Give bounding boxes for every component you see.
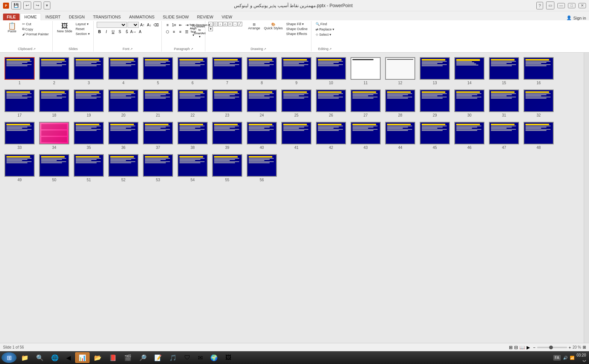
zoom-out-button[interactable]: − xyxy=(533,345,535,350)
line-shape[interactable]: ╱ xyxy=(238,22,242,26)
slide-item[interactable]: 30 xyxy=(454,89,484,117)
tab-home[interactable]: HOME xyxy=(20,13,41,20)
slide-item[interactable]: 10 xyxy=(316,57,346,85)
clipboard-expand-icon[interactable]: ↗ xyxy=(33,47,36,51)
close-button[interactable]: ✕ xyxy=(578,3,586,8)
slide-item[interactable]: 13 xyxy=(420,57,450,85)
slide-item[interactable]: 14 xyxy=(454,57,484,85)
slide-item[interactable]: 21 xyxy=(143,89,173,117)
slide-item[interactable]: 23 xyxy=(212,89,242,117)
normal-view-button[interactable]: ⊞ xyxy=(509,345,513,350)
slide-item[interactable]: 55 xyxy=(212,154,242,182)
taskbar-search2[interactable]: 🔎 xyxy=(136,352,150,363)
star-shape[interactable]: ★ xyxy=(208,27,213,31)
shadow-button[interactable]: S̈ xyxy=(124,29,130,35)
slide-item[interactable]: 11 xyxy=(351,57,381,85)
taskbar-explorer[interactable]: 📁 xyxy=(18,352,32,363)
replace-button[interactable]: ⇄ Replace ▾ xyxy=(314,27,336,32)
font-family-select[interactable] xyxy=(97,22,127,28)
slide-item[interactable]: 36 xyxy=(108,122,138,150)
find-button[interactable]: 🔍 Find xyxy=(314,22,328,26)
undo-button[interactable]: ↩ xyxy=(23,2,31,9)
slide-item[interactable]: 2 xyxy=(39,57,69,85)
reading-view-button[interactable]: 📖 xyxy=(519,345,525,350)
slideshow-view-button[interactable]: ▶ xyxy=(527,345,530,350)
slide-item[interactable]: 6 xyxy=(178,57,208,85)
align-center-button[interactable]: ≡ xyxy=(171,29,177,35)
start-button[interactable]: ⊞ xyxy=(2,352,17,363)
align-right-button[interactable]: ≡ xyxy=(178,29,184,35)
slide-item[interactable]: 46 xyxy=(454,122,484,150)
slide-item[interactable]: 42 xyxy=(316,122,346,150)
slide-item[interactable]: 48 xyxy=(524,122,554,150)
fit-slide-button[interactable]: ⊞ xyxy=(583,345,586,350)
slide-item[interactable]: 26 xyxy=(316,89,346,117)
paragraph-expand-icon[interactable]: ↗ xyxy=(191,47,193,51)
slide-item[interactable]: 49 xyxy=(5,154,35,182)
slide-item[interactable]: 31 xyxy=(489,89,519,117)
increase-indent-button[interactable]: ⇥ xyxy=(184,22,190,28)
rect-shape[interactable]: □ xyxy=(208,22,213,26)
slide-item[interactable]: 51 xyxy=(74,154,104,182)
font-expand-icon[interactable]: ↗ xyxy=(130,47,133,51)
tab-design[interactable]: DESIGN xyxy=(65,14,88,20)
strikethrough-button[interactable]: S xyxy=(117,29,123,35)
shape-effects-button[interactable]: Shape Effects xyxy=(285,32,309,36)
select-button[interactable]: ⊹ Select ▾ xyxy=(314,32,333,37)
taskbar-media[interactable]: 🎬 xyxy=(121,352,135,363)
slide-item[interactable]: 15 xyxy=(489,57,519,85)
slide-item[interactable]: 25 xyxy=(281,89,311,117)
triangle-shape[interactable]: △ xyxy=(223,22,228,26)
slide-item[interactable]: 3 xyxy=(74,57,104,85)
taskbar-mail[interactable]: ✉ xyxy=(195,352,206,363)
taskbar-word[interactable]: 📝 xyxy=(151,352,165,363)
arrow-shape[interactable]: → xyxy=(233,22,237,26)
paste-button[interactable]: 📋 Paste xyxy=(4,22,20,34)
taskbar-chrome[interactable]: 🌍 xyxy=(207,352,221,363)
tab-animations[interactable]: ANIMATIONS xyxy=(125,14,158,20)
taskbar-security[interactable]: 🛡 xyxy=(181,352,193,363)
decrease-indent-button[interactable]: ⇤ xyxy=(178,22,184,28)
slide-item[interactable]: 4 xyxy=(108,57,138,85)
convert-smartart-button[interactable]: Convert to SmartArt ▾ xyxy=(197,29,203,35)
font-size-select[interactable] xyxy=(128,22,139,28)
slide-item[interactable]: 5 xyxy=(143,57,173,85)
slide-item[interactable]: 9 xyxy=(281,57,311,85)
slide-item[interactable]: 19 xyxy=(74,89,104,117)
slide-item[interactable]: 28 xyxy=(385,89,415,117)
tab-file[interactable]: FILE xyxy=(3,14,20,20)
slide-item[interactable]: 20 xyxy=(108,89,138,117)
slide-panel[interactable]: 1234567891011121314151617181920212223242… xyxy=(0,53,584,343)
font-size-increase-button[interactable]: A↑ xyxy=(140,22,146,28)
slide-item[interactable]: 17 xyxy=(5,89,35,117)
section-button[interactable]: Section ▾ xyxy=(74,32,91,36)
bullets-button[interactable]: ≡ xyxy=(165,22,171,28)
signin-area[interactable]: 👤 Sign in xyxy=(566,15,589,20)
tab-insert[interactable]: INSERT xyxy=(42,14,64,20)
quick-styles-button[interactable]: 🎨 Quick Styles xyxy=(263,22,284,31)
tab-review[interactable]: REVIEW xyxy=(193,14,217,20)
slide-item[interactable]: 16 xyxy=(524,57,554,85)
slide-item[interactable]: 47 xyxy=(489,122,519,150)
slide-item[interactable]: 8 xyxy=(247,57,277,85)
slide-item[interactable]: 33 xyxy=(5,122,35,150)
taskbar-powerpoint[interactable]: 📊 xyxy=(75,352,90,363)
slide-item[interactable]: 22 xyxy=(178,89,208,117)
italic-button[interactable]: I xyxy=(103,29,109,35)
taskbar-winamp[interactable]: 🎵 xyxy=(166,352,180,363)
slide-item[interactable]: 56 xyxy=(247,154,277,182)
zoom-slider[interactable] xyxy=(537,347,567,348)
numbering-button[interactable]: 1≡ xyxy=(171,22,177,28)
slide-item[interactable]: 53 xyxy=(143,154,173,182)
redo-button[interactable]: ↪ xyxy=(33,2,41,9)
clear-format-button[interactable]: ⌫ xyxy=(153,22,159,28)
slide-item[interactable]: 39 xyxy=(212,122,242,150)
slide-item[interactable]: 40 xyxy=(247,122,277,150)
maximize-button[interactable]: □ xyxy=(568,3,575,8)
bold-button[interactable]: B xyxy=(97,29,103,35)
slide-item[interactable]: 1 xyxy=(5,57,35,85)
slide-item[interactable]: 37 xyxy=(143,122,173,150)
slide-item[interactable]: 12 xyxy=(385,57,415,85)
tab-slideshow[interactable]: SLIDE SHOW xyxy=(159,14,193,20)
font-size-decrease-button[interactable]: A↓ xyxy=(146,22,152,28)
